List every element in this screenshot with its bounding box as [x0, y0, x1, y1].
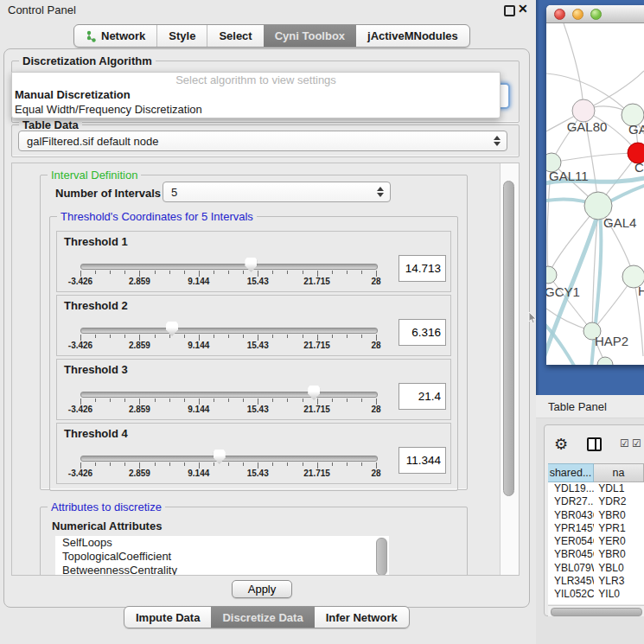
slider-tick — [243, 335, 244, 338]
network-node[interactable] — [597, 357, 613, 365]
table-cell: YDL19... — [548, 482, 594, 495]
slider-thumb[interactable] — [214, 450, 226, 464]
apply-button[interactable]: Apply — [232, 580, 292, 598]
slider-tick — [199, 399, 200, 405]
table-hscrollbar-thumb[interactable] — [551, 608, 642, 616]
slider-tick-label: -3.426 — [68, 277, 92, 286]
network-canvas[interactable]: GAL80GACGAL11GAL4GCY1HHAP2 — [546, 23, 644, 365]
close-traffic-light-icon[interactable] — [554, 9, 565, 20]
network-node-label: GAL11 — [549, 169, 589, 183]
slider-track[interactable] — [80, 264, 378, 270]
slider-thumb[interactable] — [308, 386, 320, 400]
threshold-panel: Threshold 3-3.4262.8599.14415.4321.71528 — [56, 359, 451, 420]
table-row[interactable]: YIL052CYIL0 — [548, 588, 644, 601]
columns-icon[interactable] — [587, 437, 602, 451]
tab-style[interactable]: Style — [156, 25, 207, 47]
zoom-traffic-light-icon[interactable] — [590, 9, 602, 20]
threshold-value-field[interactable] — [399, 383, 446, 410]
panel-title: Control Panel — [8, 3, 76, 16]
attribute-list-item[interactable]: SelfLoops — [55, 536, 389, 550]
network-graph: GAL80GACGAL11GAL4GCY1HHAP2 — [546, 23, 644, 365]
bottom-tab-strip: Impute DataDiscretize DataInfer Network — [124, 606, 410, 628]
slider-tick-label: 15.43 — [247, 341, 269, 350]
slider-track[interactable] — [80, 392, 378, 398]
slider-tick — [287, 399, 288, 402]
slider-tick — [272, 271, 273, 274]
slider-tick — [376, 335, 377, 341]
table-row[interactable]: YDL19...YDL1 — [548, 482, 644, 495]
float-icon[interactable] — [504, 5, 515, 16]
slider-tick-label: 21.715 — [303, 405, 330, 414]
settings-scrollbar-track[interactable] — [500, 163, 520, 575]
threshold-value-field[interactable] — [399, 447, 446, 474]
table-row[interactable]: YER054CYER0 — [548, 535, 644, 548]
table-row[interactable]: YDR27...YDR2 — [548, 495, 644, 508]
threshold-value-field[interactable] — [399, 319, 446, 346]
tab-cyni-toolbox[interactable]: Cyni Toolbox — [264, 25, 356, 47]
checkbox-icon[interactable]: ☑ — [620, 437, 629, 450]
slider-tick — [139, 335, 140, 341]
tab-select[interactable]: Select — [207, 25, 263, 47]
slider-tick — [272, 462, 273, 466]
slider-tick — [228, 271, 229, 274]
slider-track[interactable] — [80, 456, 378, 462]
slider-tick — [272, 335, 273, 338]
slider-tick — [243, 399, 244, 402]
attributes-group: Attributes to discretize Numerical Attri… — [40, 507, 468, 576]
settings-scrollpane: Interval Definition Number of Intervals … — [11, 163, 520, 576]
num-intervals-value: 5 — [171, 186, 177, 199]
close-icon[interactable]: ✕ — [518, 2, 528, 16]
combo-stepper-icon — [493, 132, 501, 150]
threshold-coords-label: Threshold's Coordinates for 5 Intervals — [57, 210, 257, 223]
tab-network[interactable]: Network — [74, 25, 156, 47]
threshold-value-field[interactable] — [399, 255, 446, 282]
slider-tick — [332, 462, 333, 466]
slider-tick-label: 28 — [371, 341, 380, 350]
slider-tick — [258, 399, 258, 405]
tab-discretize-data[interactable]: Discretize Data — [211, 607, 314, 628]
slider-thumb[interactable] — [166, 322, 178, 336]
table-cell: YPR145W — [548, 522, 594, 535]
tab-jactivemnodules[interactable]: jActiveMNodules — [356, 25, 469, 47]
slider-tick — [184, 271, 185, 274]
num-intervals-combo[interactable]: 5 — [163, 182, 391, 202]
table-hscrollbar-track[interactable] — [548, 605, 644, 616]
top-tab-strip: NetworkStyleSelectCyni ToolboxjActiveMNo… — [73, 24, 470, 48]
table-row[interactable]: YBL079WYBL0 — [548, 562, 644, 575]
table-cell: YBR0 — [594, 548, 644, 561]
slider-tick-label: 28 — [371, 469, 380, 478]
attribute-list-item[interactable]: TopologicalCoefficient — [55, 550, 389, 564]
table-cell: YIL052C — [548, 588, 594, 601]
slider-track[interactable] — [80, 328, 378, 334]
tab-impute-data[interactable]: Impute Data — [124, 607, 211, 628]
attributes-scrollbar[interactable] — [376, 538, 387, 576]
table-cell: YDR2 — [594, 495, 644, 508]
slider-tick — [199, 271, 200, 277]
table-column-header[interactable]: na — [594, 463, 644, 482]
table-cell: YDL1 — [594, 482, 644, 495]
attribute-list-item[interactable]: BetweennessCentrality — [55, 564, 389, 576]
table-panel-title: Table Panel — [548, 400, 607, 413]
table-row[interactable]: YBR043CYBR0 — [548, 509, 644, 522]
slider-tick — [155, 399, 156, 402]
table-row[interactable]: YLR345WYLR3 — [548, 575, 644, 588]
minimize-traffic-light-icon[interactable] — [572, 9, 583, 20]
slider-tick — [184, 335, 185, 338]
popup-option[interactable]: Manual Discretization — [12, 87, 500, 102]
network-node[interactable] — [546, 266, 557, 284]
settings-scrollbar-thumb[interactable] — [503, 181, 514, 496]
slider-tick-label: 9.144 — [188, 469, 209, 478]
table-row[interactable]: YBR045CYBR0 — [548, 548, 644, 561]
popup-option[interactable]: Equal Width/Frequency Discretization — [12, 102, 500, 117]
checkbox-icon[interactable]: ☑ — [632, 437, 641, 450]
table-column-header[interactable]: shared... — [548, 463, 594, 482]
node-table: shared...na YDL19...YDL1YDR27...YDR2YBR0… — [548, 463, 644, 604]
tab-infer-network[interactable]: Infer Network — [315, 607, 409, 628]
table-data-combo[interactable]: galFiltered.sif default node — [18, 131, 507, 151]
gear-icon[interactable]: ⚙ — [554, 435, 568, 454]
table-row[interactable]: YPR145WYPR1 — [548, 522, 644, 535]
slider-tick-label: 2.859 — [129, 405, 150, 414]
slider-tick — [184, 399, 185, 402]
slider-thumb[interactable] — [245, 258, 257, 272]
slider-tick — [184, 462, 185, 466]
